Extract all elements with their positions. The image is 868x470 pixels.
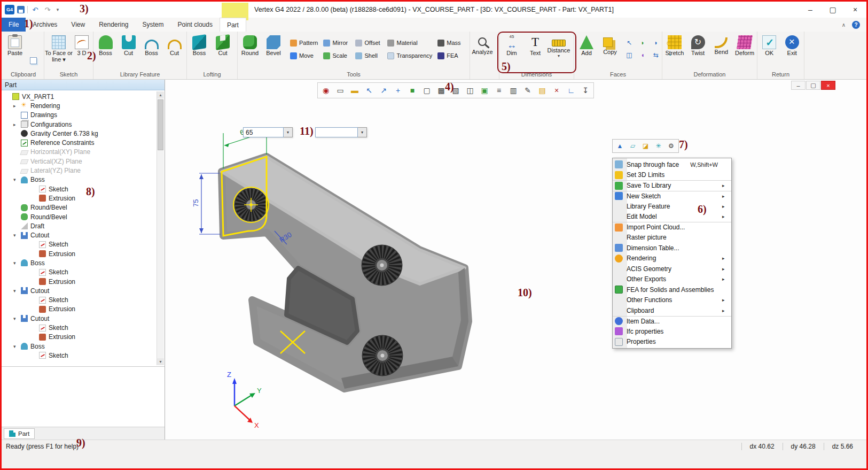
zoom-window-icon[interactable]: ▭ [333, 84, 347, 97]
lofting-boss-button[interactable]: Boss [187, 33, 211, 68]
expand-arrow-icon[interactable]: ▾ [13, 316, 20, 321]
face-add-button[interactable]: Add [575, 33, 598, 68]
combo-dropdown-icon[interactable]: ▾ [358, 127, 367, 137]
save-icon[interactable] [17, 6, 25, 13]
markup-icon[interactable]: ✎ [521, 84, 535, 97]
menu-tab[interactable]: Rendering [92, 18, 135, 32]
paste-button[interactable]: Paste [3, 33, 27, 68]
face-fan-green-icon[interactable]: ◗ [636, 37, 649, 49]
deform-button[interactable]: Deform [733, 33, 756, 68]
menu-tab[interactable]: Point clouds [171, 18, 220, 32]
tree-item[interactable]: Extrusion [2, 194, 165, 203]
part-panel-tab[interactable]: Part [4, 428, 35, 439]
library-panel-icon[interactable]: ▱ [627, 141, 639, 151]
tree-item[interactable]: Sketch [2, 323, 165, 332]
bend-button[interactable]: Bend [710, 33, 733, 68]
stretch-button[interactable]: Stretch [663, 33, 686, 68]
context-menu-item[interactable]: Other Functions ▸ [613, 295, 731, 306]
context-menu-item[interactable]: Rendering ▸ [613, 253, 731, 264]
move-button[interactable]: Move [288, 50, 319, 61]
dimension-value-combo[interactable]: 65 ▾ [243, 127, 293, 137]
tree-item[interactable]: Extrusion [2, 333, 165, 342]
expand-arrow-icon[interactable]: ▸ [13, 103, 20, 109]
context-menu-item[interactable]: Library Feature ▸ [613, 201, 731, 212]
fea-button[interactable]: FEA [436, 50, 466, 61]
shaded-mode-icon[interactable]: ■ [405, 84, 419, 97]
library-boss-button[interactable]: Boss [94, 33, 117, 68]
tree-item[interactable]: VX_PART1 [2, 92, 165, 101]
tree-item[interactable]: ▾ Cutout [2, 230, 165, 240]
snap-endpoint-icon[interactable]: ↖ [362, 84, 376, 97]
library-cut2-button[interactable]: Cut [163, 33, 186, 68]
tree-item[interactable]: Vertical(XZ) Plane [2, 157, 165, 166]
tree-item[interactable]: Gravity Center 6.738 kg [2, 129, 165, 138]
pattern-button[interactable]: Pattern [288, 37, 319, 49]
expand-arrow-icon[interactable]: ▾ [13, 260, 20, 266]
tree-item[interactable]: Round/Bevel [2, 212, 165, 221]
shell-button[interactable]: Shell [354, 50, 384, 61]
twist-button[interactable]: Twist [686, 33, 710, 68]
expand-arrow-icon[interactable]: ▸ [13, 122, 20, 127]
tree-item[interactable]: ▾ Boss [2, 175, 165, 184]
close-button[interactable]: × [844, 2, 866, 17]
tree-item[interactable]: Extrusion [2, 249, 165, 258]
help-icon[interactable]: ? [852, 21, 860, 29]
menu-tab[interactable]: File [2, 18, 26, 32]
tree-item[interactable]: Drawings [2, 111, 165, 120]
context-menu-item[interactable]: Other Exports ▸ [613, 274, 731, 285]
scale-button[interactable]: Scale [322, 50, 351, 61]
tree-item[interactable]: ▾ Cutout [2, 286, 165, 295]
material-button[interactable]: Material [386, 37, 434, 49]
context-menu-item[interactable]: New Sketch ▸ [613, 191, 731, 202]
tree-item[interactable]: Sketch [2, 296, 165, 305]
tree-item[interactable]: Sketch [2, 184, 165, 194]
context-menu-item[interactable]: Set 3D Limits [613, 170, 731, 181]
viewport[interactable]: 65 75 R30 [165, 80, 866, 440]
collapse-ribbon-icon[interactable]: ∧ [842, 22, 846, 28]
distance-button[interactable]: Distance ▾ [547, 33, 570, 68]
tree-item[interactable]: Extrusion [2, 277, 165, 286]
tree-item[interactable]: ▾ Boss [2, 258, 165, 267]
expand-arrow-icon[interactable]: ▾ [13, 177, 20, 182]
coordinate-axes-icon[interactable]: ∟ [564, 84, 578, 97]
ruler-icon[interactable]: ▬ [348, 84, 362, 97]
eraser-icon[interactable]: ◪ [639, 141, 652, 151]
dimension-formula-combo[interactable]: ▾ [315, 127, 367, 137]
tree-item[interactable]: Sketch [2, 268, 165, 277]
doc-close-button[interactable]: × [821, 81, 835, 90]
tree-item[interactable]: ▾ Cutout [2, 314, 165, 323]
adjust-icon[interactable]: ✳ [652, 141, 664, 151]
context-menu-item[interactable]: Snap through face W,Shift+W [613, 159, 731, 170]
context-menu-item[interactable]: Raster picture [613, 233, 731, 243]
doc-minimize-button[interactable]: – [791, 81, 806, 90]
tree-item[interactable]: Extrusion [2, 305, 165, 314]
print-icon[interactable]: ▤ [535, 84, 549, 97]
tree-item[interactable]: ▾ Boss [2, 342, 165, 351]
tree-item[interactable]: ▸ Rendering [2, 101, 165, 110]
clip-mode-icon[interactable]: ▣ [478, 84, 491, 97]
list-features-icon[interactable]: ≡ [492, 84, 506, 97]
sketch-to-face-button[interactable]: To Face or line ▾ [45, 33, 73, 68]
app-logo-icon[interactable]: G4 [5, 5, 14, 14]
scroll-up-icon[interactable]: ▴ [157, 91, 164, 98]
face-replace-icon[interactable]: ◫ [623, 49, 636, 61]
fea-check-icon[interactable]: ▲ [614, 141, 626, 151]
analyze-button[interactable]: Analyze [471, 33, 494, 68]
mass-button[interactable]: Mass [436, 37, 466, 49]
expand-arrow-icon[interactable]: ▾ [13, 344, 20, 349]
snap-midpoint-icon[interactable]: ↗ [377, 84, 390, 97]
menu-tab[interactable]: System [136, 18, 171, 32]
tree-item[interactable]: Sketch [2, 351, 165, 360]
lofting-cut-button[interactable]: Cut [211, 33, 234, 68]
round-button[interactable]: Round [238, 33, 262, 68]
face-move-icon[interactable]: ↖ [623, 37, 636, 49]
context-menu-item[interactable]: Item Data... [613, 316, 731, 327]
face-copy-button[interactable]: Copy [598, 33, 622, 68]
scrollbar-thumb[interactable] [158, 99, 163, 150]
scroll-down-icon[interactable]: ▾ [157, 358, 164, 365]
context-menu-item[interactable]: Save To Library ▸ [613, 180, 731, 191]
expand-arrow-icon[interactable]: ▾ [13, 233, 20, 238]
copy-image-icon[interactable]: ▥ [506, 84, 520, 97]
undo-button[interactable]: ↶ [30, 6, 40, 14]
snap-intersection-icon[interactable]: + [391, 84, 405, 97]
